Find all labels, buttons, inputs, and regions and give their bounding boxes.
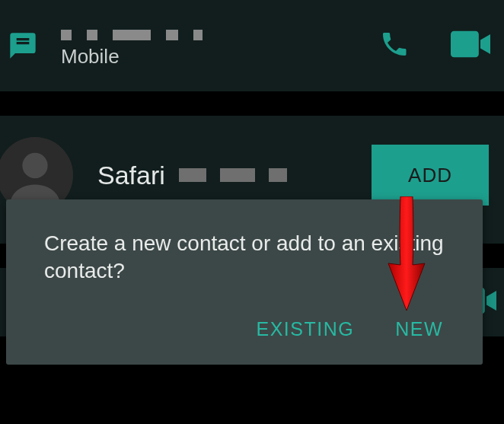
contact-name: Safari	[97, 161, 165, 190]
new-button[interactable]: NEW	[395, 318, 443, 340]
contact-name-row: Safari	[97, 161, 372, 190]
divider	[0, 91, 504, 116]
message-icon[interactable]	[8, 30, 38, 61]
add-button[interactable]: ADD	[372, 145, 489, 206]
existing-button[interactable]: EXISTING	[256, 318, 354, 340]
call-icon[interactable]	[379, 29, 410, 62]
video-icon[interactable]	[451, 30, 490, 62]
dialog-message: Create a new contact or add to an existi…	[44, 230, 449, 285]
contact-header-bar: Mobile	[0, 0, 504, 91]
contact-header-info: Mobile	[61, 24, 364, 69]
phone-type-label: Mobile	[61, 45, 364, 69]
svg-point-1	[22, 153, 47, 178]
create-contact-dialog: Create a new contact or add to an existi…	[6, 199, 483, 365]
dialog-button-row: EXISTING NEW	[44, 318, 449, 351]
redacted-name-suffix	[179, 168, 287, 182]
redacted-number-row	[61, 30, 364, 40]
